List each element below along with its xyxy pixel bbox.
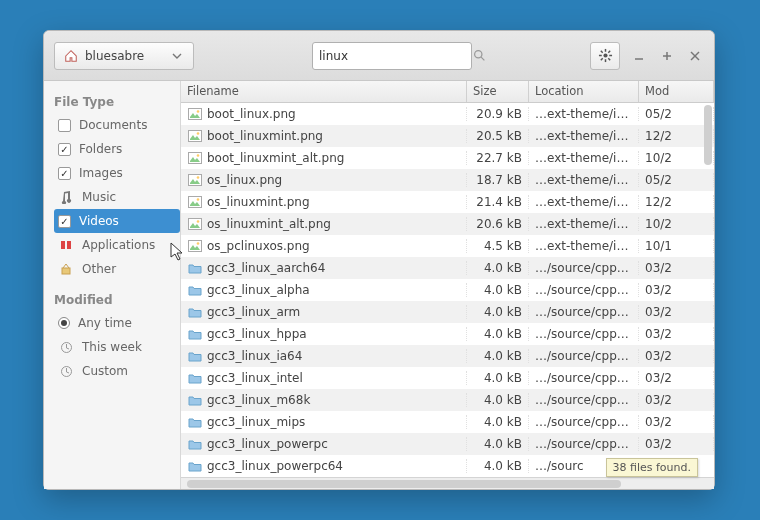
file-name: os_linuxmint.png — [207, 195, 310, 209]
image-file-icon — [187, 240, 203, 253]
file-size: 4.0 kB — [467, 283, 529, 297]
sidebar-item-label: Applications — [82, 238, 155, 252]
file-name: os_linux.png — [207, 173, 282, 187]
table-row[interactable]: os_linux.png18.7 kB…ext-theme/icons05/2 — [181, 169, 714, 191]
svg-rect-16 — [61, 241, 65, 249]
other-icon — [58, 262, 74, 276]
image-file-icon — [187, 196, 203, 209]
folder-icon — [187, 460, 203, 473]
toolbar: bluesabre — [44, 31, 714, 81]
horizontal-scrollbar[interactable] — [181, 477, 714, 489]
file-name: gcc3_linux_powerpc — [207, 437, 328, 451]
file-modified: 03/2 — [639, 349, 714, 363]
search-icon — [473, 49, 486, 62]
col-filename[interactable]: Filename — [181, 81, 467, 102]
file-name: os_linuxmint_alt.png — [207, 217, 331, 231]
table-row[interactable]: os_linuxmint_alt.png20.6 kB…ext-theme/ic… — [181, 213, 714, 235]
svg-point-35 — [197, 198, 200, 201]
modified-option-this-week[interactable]: This week — [54, 335, 180, 359]
table-row[interactable]: gcc3_linux_arm4.0 kB…/source/cpp_uno03/2 — [181, 301, 714, 323]
file-modified: 03/2 — [639, 283, 714, 297]
sidebar-item-images[interactable]: Images — [54, 161, 180, 185]
file-location: …ext-theme/icons — [529, 173, 639, 187]
svg-line-1 — [481, 57, 484, 60]
table-row[interactable]: gcc3_linux_aarch644.0 kB…/source/cpp_uno… — [181, 257, 714, 279]
home-icon — [63, 49, 79, 63]
file-location: …ext-theme/icons — [529, 217, 639, 231]
maximize-button[interactable] — [658, 47, 676, 65]
table-row[interactable]: boot_linuxmint_alt.png22.7 kB…ext-theme/… — [181, 147, 714, 169]
chevron-down-icon — [169, 51, 185, 61]
modified-option-any-time[interactable]: Any time — [54, 311, 180, 335]
file-size: 4.0 kB — [467, 415, 529, 429]
file-name: os_pclinuxos.png — [207, 239, 310, 253]
table-row[interactable]: gcc3_linux_ia644.0 kB…/source/cpp_uno03/… — [181, 345, 714, 367]
clock-icon — [58, 365, 74, 378]
file-size: 4.0 kB — [467, 349, 529, 363]
table-row[interactable]: gcc3_linux_mips4.0 kB…/source/cpp_uno03/… — [181, 411, 714, 433]
modified-option-custom[interactable]: Custom — [54, 359, 180, 383]
music-icon — [58, 190, 74, 204]
svg-point-23 — [197, 110, 200, 113]
folder-icon — [187, 438, 203, 451]
vertical-scrollbar[interactable] — [704, 105, 712, 475]
path-selector[interactable]: bluesabre — [54, 42, 194, 70]
sidebar-item-folders[interactable]: Folders — [54, 137, 180, 161]
file-name: gcc3_linux_alpha — [207, 283, 310, 297]
table-row[interactable]: gcc3_linux_powerpc4.0 kB…/source/cpp_uno… — [181, 433, 714, 455]
table-row[interactable]: gcc3_linux_hppa4.0 kB…/source/cpp_uno03/… — [181, 323, 714, 345]
file-location: …ext-theme/icons — [529, 195, 639, 209]
table-row[interactable]: gcc3_linux_alpha4.0 kB…/source/cpp_uno03… — [181, 279, 714, 301]
close-button[interactable] — [686, 47, 704, 65]
table-row[interactable]: gcc3_linux_intel4.0 kB…/source/cpp_uno03… — [181, 367, 714, 389]
sidebar-heading-filetype: File Type — [54, 95, 180, 109]
file-name: gcc3_linux_arm — [207, 305, 300, 319]
file-name: gcc3_linux_intel — [207, 371, 303, 385]
file-name: gcc3_linux_powerpc64 — [207, 459, 343, 473]
sidebar-item-label: Videos — [79, 214, 119, 228]
svg-line-9 — [600, 58, 602, 60]
search-field[interactable] — [312, 42, 472, 70]
file-location: …/source/cpp_uno — [529, 371, 639, 385]
file-size: 4.5 kB — [467, 239, 529, 253]
file-modified: 03/2 — [639, 327, 714, 341]
col-size[interactable]: Size — [467, 81, 529, 102]
sidebar-item-documents[interactable]: Documents — [54, 113, 180, 137]
file-modified: 03/2 — [639, 415, 714, 429]
modified-option-label: Custom — [82, 364, 128, 378]
sidebar-item-music[interactable]: Music — [54, 185, 180, 209]
file-name: gcc3_linux_mips — [207, 415, 305, 429]
file-location: …ext-theme/icons — [529, 151, 639, 165]
file-location: …ext-theme/icons — [529, 239, 639, 253]
col-location[interactable]: Location — [529, 81, 639, 102]
file-location: …/source/cpp_uno — [529, 437, 639, 451]
svg-point-41 — [197, 242, 200, 245]
table-row[interactable]: os_linuxmint.png21.4 kB…ext-theme/icons1… — [181, 191, 714, 213]
col-modified[interactable]: Mod — [639, 81, 714, 102]
minimize-button[interactable] — [630, 47, 648, 65]
table-row[interactable]: os_pclinuxos.png4.5 kB…ext-theme/icons10… — [181, 235, 714, 257]
results-table: Filename Size Location Mod boot_linux.pn… — [180, 81, 714, 489]
sidebar-item-other[interactable]: Other — [54, 257, 180, 281]
table-row[interactable]: gcc3_linux_m68k4.0 kB…/source/cpp_uno03/… — [181, 389, 714, 411]
svg-point-32 — [197, 176, 200, 179]
table-row[interactable]: boot_linux.png20.9 kB…ext-theme/icons05/… — [181, 103, 714, 125]
sidebar-item-videos[interactable]: Videos — [54, 209, 180, 233]
folder-icon — [187, 306, 203, 319]
applications-icon — [58, 238, 74, 252]
checkbox-icon — [58, 119, 71, 132]
file-location: …ext-theme/icons — [529, 107, 639, 121]
file-name: boot_linux.png — [207, 107, 296, 121]
file-name: boot_linuxmint.png — [207, 129, 323, 143]
svg-rect-18 — [62, 268, 70, 274]
modified-option-label: This week — [82, 340, 142, 354]
file-location: …/source/cpp_uno — [529, 327, 639, 341]
settings-button[interactable] — [590, 42, 620, 70]
search-input[interactable] — [319, 49, 469, 63]
file-size: 20.6 kB — [467, 217, 529, 231]
svg-point-2 — [603, 53, 607, 57]
file-size: 4.0 kB — [467, 437, 529, 451]
file-name: gcc3_linux_m68k — [207, 393, 310, 407]
sidebar-item-applications[interactable]: Applications — [54, 233, 180, 257]
table-row[interactable]: boot_linuxmint.png20.5 kB…ext-theme/icon… — [181, 125, 714, 147]
